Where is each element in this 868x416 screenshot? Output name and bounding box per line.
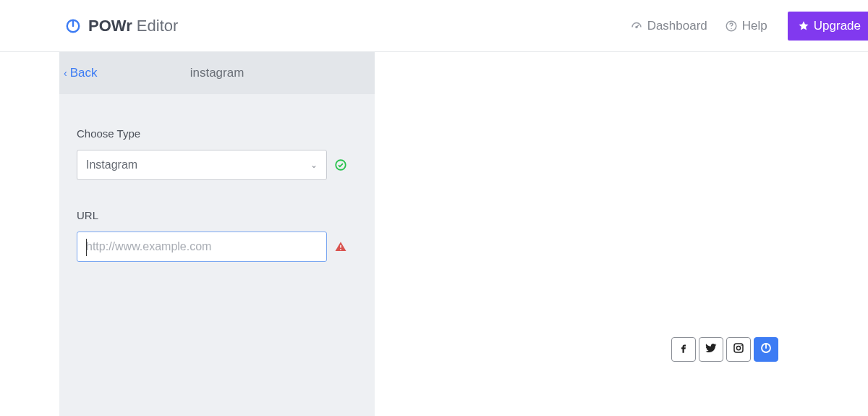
chevron-down-icon: ⌄ xyxy=(310,160,318,170)
app-logo: POWr Editor xyxy=(65,17,178,35)
url-input-wrapper[interactable] xyxy=(77,232,327,262)
app-header: POWr Editor Dashboard Help xyxy=(0,0,868,52)
app-title-rest: Editor xyxy=(132,17,179,35)
twitter-icon xyxy=(705,341,718,357)
twitter-share-button[interactable] xyxy=(699,337,723,362)
chevron-left-icon: ‹ xyxy=(64,67,67,79)
social-share-strip xyxy=(671,337,778,362)
choose-type-field: Choose Type Instagram ⌄ xyxy=(77,127,357,180)
instagram-icon xyxy=(732,341,745,357)
upgrade-button[interactable]: Upgrade xyxy=(788,12,868,41)
help-link-label: Help xyxy=(742,19,767,33)
instagram-share-button[interactable] xyxy=(726,337,751,362)
svg-point-1 xyxy=(636,26,637,27)
powr-share-button[interactable] xyxy=(754,337,778,362)
type-select[interactable]: Instagram ⌄ xyxy=(77,150,327,180)
svg-point-3 xyxy=(731,27,732,29)
question-circle-icon xyxy=(725,20,738,33)
help-link[interactable]: Help xyxy=(725,19,767,33)
svg-rect-6 xyxy=(340,249,341,250)
upgrade-button-label: Upgrade xyxy=(814,19,861,33)
app-title: POWr Editor xyxy=(88,17,178,35)
svg-point-8 xyxy=(736,346,740,349)
warning-triangle-icon xyxy=(334,240,347,253)
editor-sidebar: ‹ Back instagram Choose Type Instagram ⌄ xyxy=(59,52,375,416)
star-icon xyxy=(798,20,809,32)
type-select-value: Instagram xyxy=(86,158,137,171)
header-nav: Dashboard Help Upgrade xyxy=(630,12,868,41)
powr-icon xyxy=(760,341,773,357)
dashboard-link[interactable]: Dashboard xyxy=(630,19,707,33)
svg-point-9 xyxy=(741,345,742,347)
url-input[interactable] xyxy=(86,232,318,261)
check-circle-icon xyxy=(334,158,347,171)
facebook-share-button[interactable] xyxy=(671,337,696,362)
text-caret xyxy=(86,239,87,256)
sidebar-header: ‹ Back instagram xyxy=(59,52,375,94)
gauge-icon xyxy=(630,20,643,33)
powr-logo-icon xyxy=(65,18,81,34)
sidebar-title: instagram xyxy=(190,66,244,80)
svg-rect-5 xyxy=(340,245,341,248)
choose-type-label: Choose Type xyxy=(77,127,357,140)
dashboard-link-label: Dashboard xyxy=(647,19,707,33)
url-label: URL xyxy=(77,209,357,221)
facebook-icon xyxy=(677,341,690,357)
app-title-bold: POWr xyxy=(88,17,132,35)
back-button-label: Back xyxy=(70,66,98,80)
url-field: URL xyxy=(77,209,357,262)
back-button[interactable]: ‹ Back xyxy=(64,66,97,80)
